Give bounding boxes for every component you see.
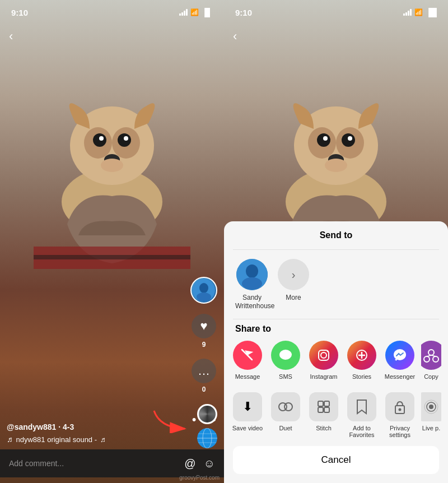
stitch-icon	[309, 392, 338, 421]
share-icons-row: Message SMS	[224, 341, 448, 380]
send-to-header: Send to	[233, 230, 439, 250]
like-action[interactable]: ♥ 9	[192, 314, 216, 349]
svg-rect-56	[324, 401, 329, 406]
share-sheet: Send to Sandy Writtenhouse › More	[224, 221, 448, 483]
stories-label: Stories	[352, 373, 371, 380]
instagram-label: Instagram	[310, 373, 338, 380]
wifi-icon-right: 📶	[414, 8, 423, 16]
stitch-label: Stitch	[316, 425, 332, 431]
svg-point-30	[325, 159, 347, 172]
signal-icon-left	[179, 9, 188, 16]
sound-text: ndyw881 original sound -	[16, 435, 97, 444]
heart-icon: ♥	[192, 314, 216, 338]
actions-row: ⬇ Save video Duet	[224, 392, 448, 438]
privacy-label: Privacy settings	[383, 425, 417, 438]
arrow-indicator	[148, 405, 193, 435]
svg-point-42	[327, 351, 329, 352]
favorites-label: Add to Favorites	[345, 425, 379, 438]
cancel-label: Cancel	[321, 454, 351, 466]
share-to-section: Share to Message	[224, 319, 448, 386]
comment-action[interactable]: … 0	[192, 359, 216, 393]
svg-point-13	[199, 283, 208, 293]
cancel-button[interactable]: Cancel	[233, 446, 439, 474]
svg-rect-11	[34, 255, 190, 259]
back-button-left[interactable]: ‹	[9, 29, 13, 44]
share-to-header: Share to	[224, 319, 448, 341]
comment-count: 0	[202, 386, 206, 393]
svg-point-49	[424, 356, 430, 362]
send-to-row: Sandy Writtenhouse › More	[224, 250, 448, 319]
action-buttons: ♥ 9 … 0	[190, 277, 217, 393]
battery-icon-right: ▐█	[426, 8, 437, 17]
svg-rect-55	[318, 401, 323, 406]
live-item[interactable]: Live p.	[421, 392, 441, 438]
back-button-right[interactable]: ‹	[233, 29, 237, 44]
contact-item-sandy[interactable]: Sandy Writtenhouse	[235, 259, 269, 310]
like-count: 9	[202, 341, 206, 349]
duet-label: Duet	[279, 425, 292, 431]
music-note-icon-2: ♬	[100, 435, 106, 444]
svg-point-27	[323, 136, 328, 141]
duet-item[interactable]: Duet	[269, 392, 302, 438]
favorites-item[interactable]: Add to Favorites	[345, 392, 379, 438]
dog-video-left	[0, 45, 224, 280]
comment-bar: Add comment... @ ☺	[0, 449, 224, 477]
live-label: Live p.	[422, 425, 440, 431]
svg-rect-57	[318, 407, 323, 412]
avatar-action[interactable]	[190, 277, 217, 304]
share-copy-item[interactable]: Copy	[421, 341, 441, 380]
svg-point-5	[118, 133, 131, 147]
stitch-item[interactable]: Stitch	[307, 392, 340, 438]
share-sms-item[interactable]: SMS	[269, 341, 302, 380]
share-message-item[interactable]: Message	[231, 341, 264, 380]
save-video-icon: ⬇	[233, 392, 262, 421]
messenger-icon	[385, 341, 414, 370]
left-panel: 9:10 📶 ▐▌ ‹ ♥	[0, 0, 224, 483]
right-panel: 9:10 📶 ▐█ ‹ Send to	[224, 0, 448, 483]
comment-icons: @ ☺	[184, 457, 215, 470]
status-icons-left: 📶 ▐▌	[179, 8, 213, 17]
svg-line-51	[427, 355, 431, 356]
share-messenger-item[interactable]: Messenger	[383, 341, 417, 380]
time-right: 9:10	[235, 8, 252, 17]
battery-icon-left: ▐▌	[202, 8, 213, 17]
svg-point-7	[124, 136, 128, 141]
emoji-icon[interactable]: ☺	[204, 457, 215, 470]
share-instagram-item[interactable]: Instagram	[307, 341, 340, 380]
stories-icon	[347, 341, 376, 370]
svg-point-14	[197, 292, 211, 301]
svg-point-35	[242, 277, 262, 290]
svg-point-34	[246, 264, 258, 278]
instagram-icon	[309, 341, 338, 370]
duet-icon	[271, 392, 300, 421]
save-video-item[interactable]: ⬇ Save video	[231, 392, 264, 438]
svg-point-60	[399, 408, 402, 411]
music-note-icon: ♬	[7, 435, 13, 444]
sms-icon	[271, 341, 300, 370]
svg-point-26	[342, 133, 355, 147]
svg-line-52	[431, 355, 436, 356]
svg-point-38	[279, 350, 292, 360]
live-icon	[421, 392, 441, 421]
more-circle: ›	[278, 259, 309, 290]
at-icon[interactable]: @	[184, 457, 195, 470]
status-icons-right: 📶 ▐█	[403, 8, 437, 17]
contact-item-more[interactable]: › More	[278, 259, 309, 301]
sound-line: ♬ ndyw881 original sound - ♬	[7, 435, 185, 444]
svg-point-61	[429, 405, 433, 409]
signal-icon-right	[403, 9, 412, 16]
privacy-item[interactable]: Privacy settings	[383, 392, 417, 438]
save-video-label: Save video	[232, 425, 263, 431]
watermark-left: groovyPost.com	[179, 475, 220, 481]
contact-name-sandy: Sandy Writtenhouse	[235, 294, 269, 310]
share-stories-item[interactable]: Stories	[345, 341, 379, 380]
music-disc	[197, 404, 217, 424]
comment-input[interactable]: Add comment...	[9, 459, 178, 468]
svg-point-25	[317, 133, 330, 147]
comment-icon: …	[192, 359, 216, 383]
status-bar-right: 9:10 📶 ▐█	[224, 0, 448, 25]
sms-label: SMS	[279, 373, 292, 380]
svg-point-50	[433, 356, 438, 362]
svg-point-48	[428, 350, 434, 355]
status-bar-left: 9:10 📶 ▐▌	[0, 0, 224, 25]
